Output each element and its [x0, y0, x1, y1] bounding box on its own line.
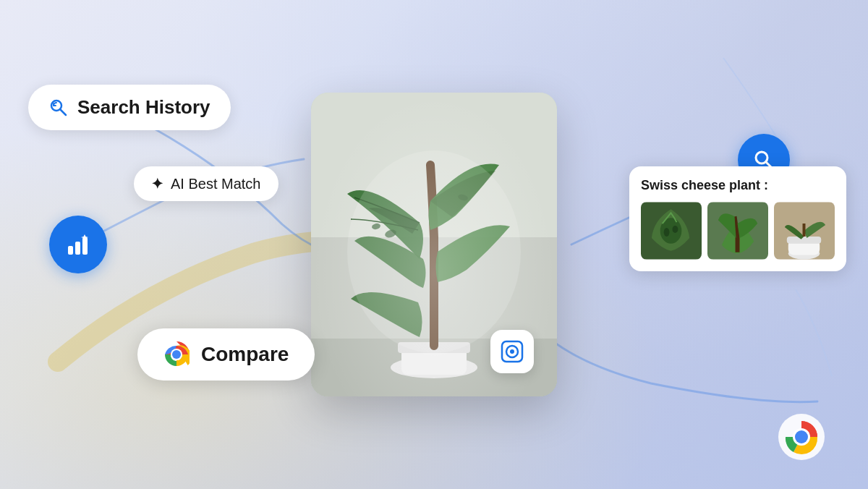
- charts-circle-button[interactable]: [49, 216, 107, 273]
- ai-best-match-pill[interactable]: ✦ AI Best Match: [134, 166, 278, 201]
- search-history-pill[interactable]: Search History: [28, 85, 231, 130]
- svg-point-20: [172, 350, 181, 359]
- compare-pill[interactable]: Compare: [137, 328, 315, 380]
- lens-icon-button[interactable]: [490, 330, 534, 373]
- plant-card-images: [641, 202, 835, 260]
- svg-rect-31: [787, 237, 821, 244]
- svg-point-34: [795, 430, 808, 443]
- svg-rect-17: [82, 237, 88, 255]
- sparkle-icon: ✦: [151, 175, 163, 192]
- plant-image-container: [311, 93, 557, 396]
- swiss-cheese-plant-card[interactable]: Swiss cheese plant :: [629, 166, 846, 271]
- plant-thumb-1: [641, 202, 702, 260]
- chrome-logo-bottom-right: [778, 414, 825, 460]
- charts-sparkle-icon: [64, 230, 93, 259]
- plant-card-title: Swiss cheese plant :: [641, 178, 835, 193]
- svg-point-9: [347, 150, 521, 353]
- svg-rect-16: [75, 242, 80, 255]
- compare-label: Compare: [201, 343, 289, 366]
- svg-line-14: [60, 109, 66, 115]
- plant-thumb-3: [774, 202, 835, 260]
- search-history-label: Search History: [77, 96, 210, 119]
- plant-thumb-2: [707, 202, 768, 260]
- svg-rect-15: [68, 246, 73, 255]
- svg-point-25: [664, 228, 670, 237]
- ai-best-match-label: AI Best Match: [171, 176, 261, 192]
- chrome-logo-icon: [163, 341, 190, 367]
- svg-point-26: [672, 226, 678, 233]
- search-history-icon: [48, 98, 69, 118]
- svg-point-12: [510, 349, 514, 354]
